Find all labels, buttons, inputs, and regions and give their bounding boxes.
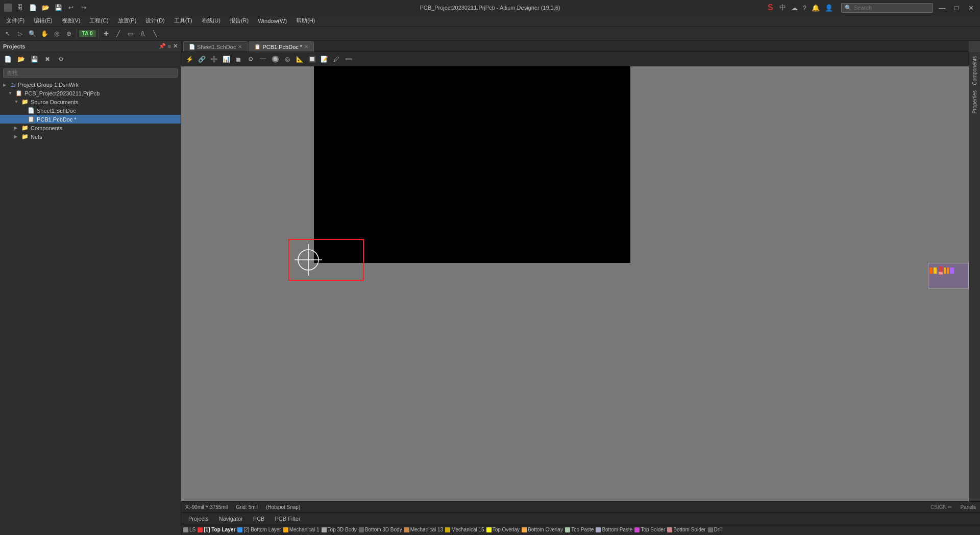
- tb-zoom[interactable]: 🔍: [27, 28, 38, 39]
- pcb-tb-rect[interactable]: ◼: [233, 54, 243, 64]
- toolbar-btn-redo[interactable]: ↪: [78, 2, 89, 13]
- position-display: X:-90mil Y:3755mil: [185, 504, 228, 510]
- tb-slash[interactable]: ╲: [150, 28, 161, 39]
- layer-mech13[interactable]: Mechanical 13: [404, 527, 443, 532]
- bottom-tab-navigator[interactable]: Navigator: [214, 515, 248, 523]
- canvas-body[interactable]: Sheet1: [181, 66, 969, 501]
- properties-panel-label[interactable]: Properties: [971, 88, 978, 116]
- layer-botpaste[interactable]: Bottom Paste: [596, 527, 632, 532]
- toolbar-separator-2: [98, 29, 99, 38]
- maximize-button[interactable]: □: [951, 3, 962, 13]
- layer-mech15[interactable]: Mechanical 15: [445, 527, 484, 532]
- projects-search-input[interactable]: [3, 68, 178, 78]
- menu-help[interactable]: 帮助(H): [292, 16, 319, 26]
- tree-item-components[interactable]: ▶ 📁 Components: [0, 124, 181, 132]
- pcb-tb-box[interactable]: 🔲: [307, 54, 317, 64]
- pcb-tb-pen[interactable]: 🖊: [331, 54, 341, 64]
- layer-topsold[interactable]: Top Solder: [634, 527, 665, 532]
- tb-cross[interactable]: ✚: [101, 28, 112, 39]
- cloud-icon[interactable]: ☁: [791, 4, 798, 12]
- components-panel-label[interactable]: Components: [971, 54, 978, 87]
- layer-toppaste[interactable]: Top Paste: [565, 527, 594, 532]
- menu-window[interactable]: Window(W): [254, 17, 291, 25]
- search-input[interactable]: [854, 5, 925, 11]
- close-panel-icon[interactable]: ✕: [173, 43, 178, 50]
- layer-ls[interactable]: LS: [183, 527, 195, 532]
- menu-edit[interactable]: 编辑(E): [30, 16, 57, 26]
- bottom-tab-projects[interactable]: Projects: [183, 515, 214, 523]
- pcb-tb-comp[interactable]: ⚙: [246, 54, 256, 64]
- toolbar-btn-save[interactable]: 💾: [53, 2, 64, 13]
- layer-top3d[interactable]: Top 3D Body: [322, 527, 357, 532]
- bottom-tab-pcb[interactable]: PCB: [248, 515, 270, 523]
- tree-item-sheet1[interactable]: 📄 Sheet1.SchDoc: [0, 106, 181, 115]
- pcb-tb-wave[interactable]: 〰: [258, 54, 268, 64]
- layer-color-bottom: [237, 527, 242, 532]
- pcb-tb-dot[interactable]: 🔘: [270, 54, 280, 64]
- tree-item-source[interactable]: ▼ 📁 Source Documents: [0, 98, 181, 106]
- pcb-tb-angle[interactable]: 📐: [295, 54, 305, 64]
- menu-report[interactable]: 报告(R): [226, 16, 253, 26]
- toolbar-btn[interactable]: 🗄: [14, 2, 26, 13]
- panels-button[interactable]: Panels: [960, 504, 976, 510]
- pcb-tb-minus[interactable]: ➖: [344, 54, 354, 64]
- tree-item-pcb1[interactable]: 📋 PCB1.PcbDoc *: [0, 115, 181, 124]
- pcb-tb-add[interactable]: ➕: [209, 54, 219, 64]
- tab-sheet1[interactable]: 📄 Sheet1.SchDoc ✕: [183, 41, 248, 52]
- toolbar-btn-new[interactable]: 📄: [27, 2, 38, 13]
- layer-mech1[interactable]: Mechanical 1: [283, 527, 320, 532]
- tb-plus[interactable]: ⊕: [63, 28, 75, 39]
- search-box[interactable]: 🔍: [841, 3, 933, 13]
- tab-close-sheet1[interactable]: ✕: [238, 44, 242, 50]
- tree-item-nets[interactable]: ▶ 📁 Nets: [0, 132, 181, 141]
- layer-drill[interactable]: Drill: [708, 527, 723, 532]
- tb-select[interactable]: ▷: [14, 28, 26, 39]
- pt-new[interactable]: 📄: [2, 54, 13, 65]
- pcb-tb-note[interactable]: 📝: [319, 54, 329, 64]
- toolbar-btn-open[interactable]: 📂: [40, 2, 51, 13]
- notification-icon[interactable]: 🔔: [812, 4, 820, 12]
- pcb-tb-circ[interactable]: ◎: [282, 54, 292, 64]
- layer-bot3d[interactable]: Bottom 3D Body: [359, 527, 402, 532]
- menu-tools[interactable]: 工具(T): [170, 16, 197, 26]
- menu-project[interactable]: 工程(C): [85, 16, 112, 26]
- user-icon[interactable]: 👤: [825, 4, 833, 12]
- pcb-tb-chart[interactable]: 📊: [221, 54, 231, 64]
- pt-save[interactable]: 💾: [29, 54, 40, 65]
- tb-text[interactable]: A: [137, 28, 149, 39]
- menu-file[interactable]: 文件(F): [2, 16, 29, 26]
- pcb-tb-filter[interactable]: ⚡: [184, 54, 194, 64]
- layer-bottom[interactable]: [2] Bottom Layer: [237, 527, 281, 532]
- menu-icon[interactable]: ≡: [168, 43, 171, 50]
- tb-rect[interactable]: ▭: [125, 28, 136, 39]
- pcb-tb-route[interactable]: 🔗: [197, 54, 207, 64]
- pt-open[interactable]: 📂: [15, 54, 27, 65]
- pt-settings[interactable]: ⚙: [55, 54, 66, 65]
- layer-botovl[interactable]: Bottom Overlay: [522, 527, 563, 532]
- tree-item-prjpcb[interactable]: ▼ 📋 PCB_Project20230211.PrjPcb: [0, 89, 181, 98]
- tab-close-pcb1[interactable]: ✕: [304, 44, 308, 50]
- tree-item-group1[interactable]: ▶ 🗂 Project Group 1.DsnWrk: [0, 81, 181, 89]
- minimize-button[interactable]: —: [937, 3, 947, 13]
- layer-top[interactable]: [1] Top Layer: [198, 527, 235, 532]
- tb-line[interactable]: ╱: [113, 28, 124, 39]
- menu-design[interactable]: 设计(D): [141, 16, 168, 26]
- menu-place[interactable]: 放置(P): [114, 16, 141, 26]
- tb-arrow[interactable]: ↖: [2, 28, 13, 39]
- menu-route[interactable]: 布线(U): [198, 16, 225, 26]
- toolbar-btn-undo[interactable]: ↩: [65, 2, 77, 13]
- help-icon[interactable]: ?: [803, 4, 806, 12]
- tb-circle[interactable]: ◎: [51, 28, 62, 39]
- tab-label-sheet1: Sheet1.SchDoc: [197, 44, 236, 50]
- bottom-tab-pcbfilter[interactable]: PCB Filter: [270, 515, 305, 523]
- close-button[interactable]: ✕: [966, 3, 976, 13]
- menu-view[interactable]: 视图(V): [58, 16, 85, 26]
- pt-close[interactable]: ✖: [42, 54, 53, 65]
- lang-icon[interactable]: 中: [779, 3, 786, 12]
- layer-topovl[interactable]: Top Overlay: [486, 527, 520, 532]
- pin-icon[interactable]: 📌: [159, 43, 166, 50]
- layer-botsold[interactable]: Bottom Solder: [667, 527, 705, 532]
- layer-color-mech13: [404, 527, 409, 532]
- tab-pcb1[interactable]: 📋 PCB1.PcbDoc * ✕: [249, 41, 314, 52]
- tb-hand[interactable]: ✋: [39, 28, 50, 39]
